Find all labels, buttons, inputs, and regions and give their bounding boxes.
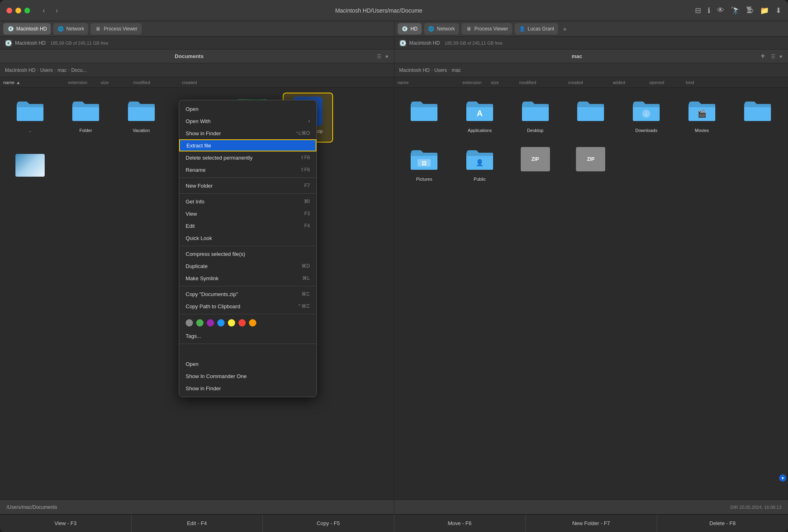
tab-more-right[interactable]: » — [561, 26, 569, 32]
tag-gray[interactable] — [186, 319, 193, 327]
menu-item-view[interactable]: View F3 — [179, 208, 316, 220]
tab-network-left[interactable]: 🌐 Network — [53, 23, 88, 35]
maximize-button[interactable] — [24, 8, 30, 13]
list-item[interactable]: ZIP — [565, 141, 616, 185]
menu-item-copy-name[interactable]: Copy "Documents.zip" ⌘C — [179, 288, 316, 300]
list-view-icon-right[interactable]: ☰ — [771, 54, 775, 59]
menu-item-delete[interactable]: Delete selected permanently ⇧F8 — [179, 151, 316, 164]
col-kind-right[interactable]: kind — [686, 80, 719, 85]
menu-item-edit[interactable]: Edit F4 — [179, 220, 316, 232]
breadcrumb-docu-left[interactable]: Docu... — [71, 67, 87, 73]
col-name-left[interactable]: name ▲ — [3, 80, 68, 85]
menu-item-show-commander[interactable]: Open — [179, 358, 316, 370]
list-item[interactable]: Folder — [61, 93, 111, 143]
col-ext-right[interactable]: extension — [463, 80, 491, 85]
new-folder-button-right[interactable]: + — [758, 52, 768, 61]
list-item[interactable] — [399, 93, 450, 136]
menu-item-open-with[interactable]: Open With › — [179, 115, 316, 127]
breadcrumb-hd-right[interactable]: Macintosh HD — [399, 67, 430, 73]
breadcrumb-users-right[interactable]: Users — [434, 67, 447, 73]
menu-item-compress[interactable]: Compress selected file(s) — [179, 248, 316, 260]
col-created-left[interactable]: created — [182, 80, 231, 85]
list-item[interactable]: Vacation — [116, 93, 167, 143]
col-modified-left[interactable]: modified — [133, 80, 182, 85]
tag-purple[interactable] — [207, 319, 214, 327]
list-item[interactable]: Desktop — [510, 93, 561, 136]
minimize-button[interactable] — [15, 8, 21, 13]
back-button[interactable]: ‹ — [38, 5, 50, 16]
tab-process-viewer-left[interactable]: 🖥 Process Viewer — [91, 23, 141, 35]
toggle-icon[interactable]: ⊟ — [695, 6, 701, 15]
list-item[interactable] — [732, 93, 783, 136]
col-opened-right[interactable]: opened — [649, 80, 686, 85]
tab-lucas-grant[interactable]: 👤 Lucas Grant — [515, 23, 558, 35]
star-icon-left[interactable]: ★ — [385, 54, 389, 59]
col-size-right[interactable]: size — [491, 80, 520, 85]
col-size-left[interactable]: size — [101, 80, 133, 85]
tab-macintosh-hd-left[interactable]: 💽 Macintosh HD — [3, 23, 51, 35]
breadcrumb-mac-right[interactable]: mac — [452, 67, 461, 73]
view-button[interactable]: View - F3 — [0, 515, 132, 532]
drive-icon-right: 💽 — [399, 40, 406, 46]
tag-yellow[interactable] — [228, 319, 235, 327]
menu-item-new-folder[interactable]: New Folder F7 — [179, 179, 316, 192]
zip-icon[interactable]: 🗜 — [746, 6, 753, 15]
download-icon[interactable]: ⬇ — [775, 6, 782, 15]
folder-icon[interactable]: 📁 — [760, 6, 769, 15]
list-item[interactable]: 👤 Public — [455, 141, 505, 185]
menu-item-quick-look[interactable]: Quick Look — [179, 232, 316, 244]
menu-separator-4 — [179, 286, 316, 286]
tag-blue[interactable] — [217, 319, 225, 327]
col-name-right[interactable]: name — [398, 80, 463, 85]
tab-network-right[interactable]: 🌐 Network — [424, 23, 459, 35]
menu-item-open2[interactable] — [179, 346, 316, 358]
edit-button[interactable]: Edit - F4 — [132, 515, 263, 532]
menu-item-get-info[interactable]: Get Info ⌘I — [179, 195, 316, 208]
col-ext-left[interactable]: extension — [68, 80, 101, 85]
tag-green[interactable] — [196, 319, 203, 327]
menu-item-extract[interactable]: Extract file — [179, 139, 316, 151]
close-button[interactable] — [6, 8, 12, 13]
breadcrumb-mac-left[interactable]: mac — [57, 67, 67, 73]
move-button[interactable]: Move - F6 — [394, 515, 526, 532]
list-item[interactable]: A Applications — [455, 93, 505, 136]
info-icon[interactable]: ℹ — [708, 6, 710, 15]
list-item[interactable] — [5, 147, 56, 186]
list-item[interactable]: ZIP — [510, 141, 561, 185]
tab-process-viewer-right[interactable]: 🖥 Process Viewer — [461, 23, 512, 35]
col-created-right[interactable]: created — [568, 80, 613, 85]
menu-item-copy-path[interactable]: Copy Path to Clipboard ⌃⌘C — [179, 300, 316, 312]
list-item[interactable]: 🎬 Movies — [677, 93, 727, 136]
star-icon-right[interactable]: ★ — [779, 54, 783, 59]
copy-button[interactable]: Copy - F5 — [263, 515, 394, 532]
breadcrumb-left: Macintosh HD › Users › mac › Docu... — [0, 63, 394, 77]
list-view-icon-left[interactable]: ☰ — [377, 54, 381, 59]
col-added-right[interactable]: added — [613, 80, 649, 85]
scroll-indicator[interactable]: ▼ — [779, 474, 786, 482]
folder-svg: A — [465, 98, 494, 123]
breadcrumb-hd-left[interactable]: Macintosh HD — [5, 67, 35, 73]
menu-item-show-finder[interactable]: Show in Finder ⌥⌘O — [179, 127, 316, 139]
list-item[interactable]: 🖼 Pictures — [399, 141, 450, 185]
tag-orange[interactable] — [249, 319, 256, 327]
menu-item-show-info[interactable]: Show in Finder — [179, 382, 316, 394]
new-folder-button[interactable]: New Folder - F7 — [526, 515, 657, 532]
menu-item-duplicate[interactable]: Duplicate ⌘D — [179, 260, 316, 272]
list-item[interactable]: .. — [5, 93, 56, 143]
list-item[interactable]: ↓ Downloads — [621, 93, 672, 136]
tab-hd-right[interactable]: 💽 HD — [398, 23, 422, 35]
delete-button[interactable]: Delete - F8 — [657, 515, 788, 532]
main-area: .. Folder — [0, 88, 788, 500]
tag-red[interactable] — [238, 319, 246, 327]
menu-item-show-finder2[interactable]: Show In Commander One — [179, 370, 316, 382]
menu-item-rename[interactable]: Rename ⇧F6 — [179, 164, 316, 176]
menu-item-open[interactable]: Open — [179, 103, 316, 115]
menu-item-tags[interactable]: Tags... — [179, 330, 316, 342]
eye-icon[interactable]: 👁 — [717, 6, 724, 15]
forward-button[interactable]: › — [51, 5, 63, 16]
menu-item-symlink[interactable]: Make Symlink ⌘L — [179, 272, 316, 284]
list-item[interactable] — [565, 93, 616, 136]
binoculars-icon[interactable]: 🔭 — [731, 6, 740, 15]
col-modified-right[interactable]: modified — [520, 80, 568, 85]
breadcrumb-users-left[interactable]: Users — [40, 67, 53, 73]
